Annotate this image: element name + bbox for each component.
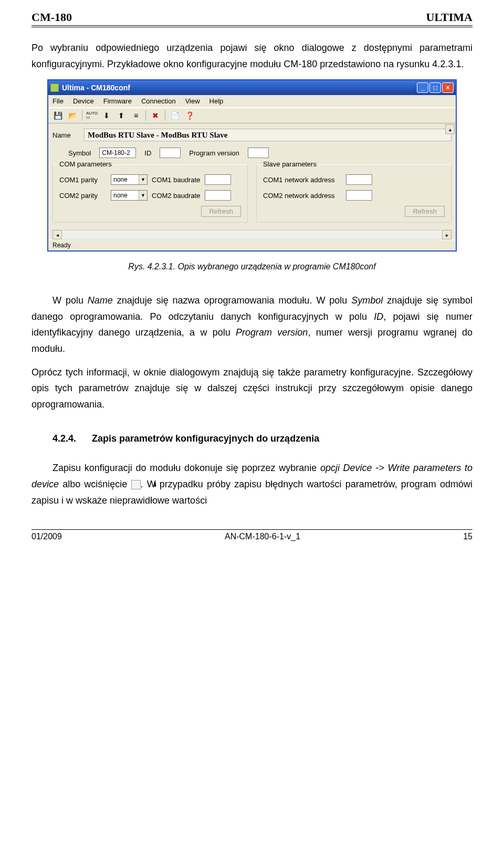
maximize-button[interactable]: □ — [429, 82, 441, 93]
page-footer: 01/2009 AN-CM-180-6-1-v_1 15 — [32, 529, 472, 541]
section-number: 4.2.4. — [52, 433, 76, 444]
slave-parameters-group: Slave parameters COM1 network address CO… — [256, 164, 452, 223]
com2-addr-label: COM2 network address — [263, 192, 342, 200]
menu-device[interactable]: Device — [73, 97, 94, 105]
name-field[interactable]: ModBus RTU Slave - ModBus RTU Slave — [84, 129, 452, 141]
toolbar-separator — [145, 110, 146, 121]
menu-connection[interactable]: Connection — [141, 97, 176, 105]
text-fragment: znajduje się nazwa oprogramowania modułu… — [113, 295, 351, 306]
program-version-term: Program version — [236, 327, 308, 338]
footer-left: 01/2009 — [32, 532, 62, 541]
doc-icon[interactable]: 📄 — [169, 110, 181, 121]
paragraph-write-params: Zapisu konfiguracji do modułu dokonuje s… — [32, 460, 472, 508]
text-fragment: W polu — [52, 295, 88, 306]
program-version-field[interactable] — [248, 148, 269, 158]
menu-view[interactable]: View — [185, 97, 200, 105]
download-icon[interactable]: ⬇ — [100, 110, 113, 121]
com1-addr-label: COM1 network address — [263, 176, 342, 184]
menu-help[interactable]: Help — [209, 97, 224, 105]
com1-baud-field[interactable] — [205, 174, 231, 185]
text-fragment: Zapisu konfiguracji do modułu dokonuje s… — [52, 463, 320, 473]
close-button[interactable]: × — [442, 82, 454, 93]
auto-icon[interactable]: AUTO▭ — [86, 110, 98, 121]
save-icon[interactable]: 💾 — [51, 110, 64, 121]
com1-parity-value: none — [111, 176, 139, 183]
com1-baud-label: COM1 baudrate — [152, 176, 201, 184]
com2-addr-field[interactable] — [346, 190, 372, 201]
name-term: Name — [88, 295, 113, 306]
header-right: ULTIMA — [426, 11, 472, 24]
figure-caption: Rys. 4.2.3.1. Opis wybranego urządzenia … — [32, 262, 472, 271]
app-icon — [50, 83, 59, 92]
toolbar: 💾 📂 AUTO▭ ⬇ ⬆ ≡ ✖ 📄 ❓ — [48, 108, 456, 123]
chevron-down-icon: ▼ — [139, 175, 147, 184]
name-label: Name — [52, 131, 80, 139]
menu-bar: File Device Firmware Connection View Hel… — [48, 95, 456, 108]
symbol-field[interactable]: CM-180-2 — [99, 148, 136, 158]
scroll-left-button[interactable]: ◂ — [52, 230, 62, 239]
com1-parity-label: COM1 parity — [59, 176, 107, 184]
symbol-label: Symbol — [68, 149, 91, 157]
refresh-com-button[interactable]: Refresh — [201, 206, 241, 217]
write-toolbar-icon: ⬇ — [131, 480, 141, 489]
chevron-down-icon: ▼ — [139, 191, 147, 200]
menu-file[interactable]: File — [52, 97, 64, 105]
paragraph-name-symbol: W polu Name znajduje się nazwa oprogramo… — [32, 292, 472, 357]
com2-baud-label: COM2 baudrate — [152, 192, 201, 200]
title-bar: Ultima - CM180conf _ □ × — [48, 80, 456, 95]
header-left: CM-180 — [32, 11, 72, 24]
page-header: CM-180 ULTIMA — [32, 11, 472, 27]
id-label: ID — [144, 149, 151, 157]
scroll-track[interactable] — [62, 230, 442, 239]
com2-parity-label: COM2 parity — [59, 192, 107, 200]
paragraph-other-info: Oprócz tych informacji, w oknie dialogow… — [32, 364, 472, 413]
text-fragment: albo wciśnięcie — [59, 479, 131, 489]
verify-icon[interactable]: ≡ — [130, 110, 142, 121]
help-icon[interactable]: ❓ — [183, 110, 196, 121]
program-version-label: Program version — [189, 149, 239, 157]
scroll-up-button[interactable]: ▴ — [445, 124, 455, 134]
com1-parity-combo[interactable]: none ▼ — [111, 174, 148, 185]
com-parameters-group: COM parameters COM1 parity none ▼ COM1 b… — [52, 164, 248, 223]
com1-addr-field[interactable] — [346, 174, 372, 185]
com2-baud-field[interactable] — [205, 190, 231, 201]
footer-center: AN-CM-180-6-1-v_1 — [225, 532, 300, 541]
section-title: Zapis parametrów konfiguracyjnych do urz… — [92, 433, 319, 444]
com-group-legend: COM parameters — [57, 160, 114, 168]
status-bar: Ready — [48, 239, 456, 250]
intro-paragraph: Po wybraniu odpowiedniego urządzenia poj… — [32, 40, 472, 72]
horizontal-scrollbar[interactable]: ◂ ▸ — [52, 230, 452, 239]
toolbar-separator — [165, 110, 165, 121]
window-title: Ultima - CM180conf — [62, 83, 416, 92]
content-area: ▴ Name ModBus RTU Slave - ModBus RTU Sla… — [48, 123, 456, 239]
open-icon[interactable]: 📂 — [66, 110, 79, 121]
section-heading: 4.2.4.Zapis parametrów konfiguracyjnych … — [52, 433, 472, 444]
symbol-term: Symbol — [351, 295, 383, 306]
footer-right: 15 — [463, 532, 472, 541]
id-term: ID — [374, 311, 383, 322]
stop-icon[interactable]: ✖ — [149, 110, 162, 121]
app-window: Ultima - CM180conf _ □ × File Device Fir… — [47, 79, 457, 252]
toolbar-separator — [82, 110, 82, 121]
menu-firmware[interactable]: Firmware — [103, 97, 132, 105]
scroll-right-button[interactable]: ▸ — [442, 230, 452, 239]
com2-parity-value: none — [111, 192, 139, 199]
minimize-button[interactable]: _ — [417, 82, 428, 93]
com2-parity-combo[interactable]: none ▼ — [111, 190, 148, 201]
upload-icon[interactable]: ⬆ — [115, 110, 128, 121]
slave-group-legend: Slave parameters — [261, 160, 319, 168]
refresh-slave-button[interactable]: Refresh — [405, 206, 445, 217]
id-field[interactable] — [160, 148, 181, 158]
